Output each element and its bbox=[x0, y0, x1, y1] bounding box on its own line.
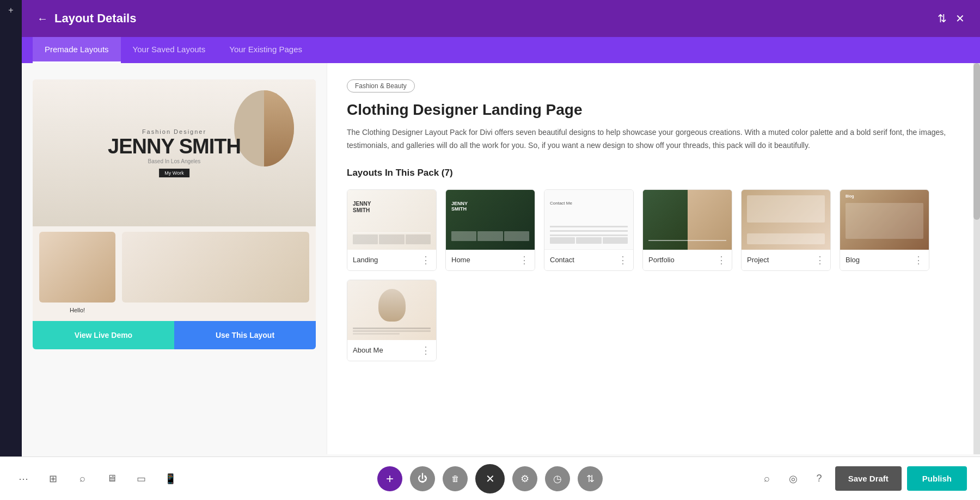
preview-hands-photo bbox=[122, 232, 309, 303]
modal-title-area: ← Layout Details bbox=[37, 11, 136, 26]
layout-thumb-about[interactable]: About Me ⋮ bbox=[347, 280, 437, 361]
modal-scrollbar[interactable] bbox=[973, 63, 980, 454]
modal-tabs: Premade Layouts Your Saved Layouts Your … bbox=[22, 37, 980, 63]
thumb-footer-landing: Landing ⋮ bbox=[347, 250, 436, 270]
preview-cta-button: My Work bbox=[159, 169, 189, 177]
thumb-dots-home[interactable]: ⋮ bbox=[519, 254, 529, 266]
thumb-name-about: About Me bbox=[353, 346, 383, 354]
sidebar-plus-icon[interactable]: + bbox=[8, 5, 13, 15]
thumb-dots-blog[interactable]: ⋮ bbox=[914, 254, 923, 266]
thumb-footer-blog: Blog ⋮ bbox=[840, 250, 929, 270]
preview-person-photo bbox=[39, 232, 115, 303]
expand-icon[interactable]: ⇅ bbox=[938, 12, 947, 25]
modal-content: Fashion Designer JENNY SMITH Based In Lo… bbox=[22, 63, 980, 454]
preview-circle-photo bbox=[234, 90, 294, 166]
layout-button[interactable]: ⇅ bbox=[578, 466, 603, 491]
preview-hello-text: Hello! bbox=[68, 305, 87, 316]
desktop-view-btn[interactable]: 🖥 bbox=[101, 468, 122, 489]
preview-panel: Fashion Designer JENNY SMITH Based In Lo… bbox=[22, 63, 327, 454]
thumb-footer-about: About Me ⋮ bbox=[347, 340, 436, 361]
thumb-footer-home: Home ⋮ bbox=[446, 250, 535, 270]
search-icon-btn[interactable]: ⌕ bbox=[72, 468, 93, 489]
preview-figure bbox=[264, 90, 294, 166]
thumb-footer-portfolio: Portfolio ⋮ bbox=[643, 250, 732, 270]
pack-label: Layouts In This Pack (7) bbox=[347, 168, 954, 178]
search-right-btn[interactable]: ⌕ bbox=[757, 468, 777, 489]
thumb-dots-about[interactable]: ⋮ bbox=[421, 344, 431, 356]
preview-actions: View Live Demo Use This Layout bbox=[33, 321, 316, 349]
layout-thumb-landing[interactable]: JENNYSMITH Landing ⋮ bbox=[347, 189, 437, 271]
thumb-dots-contact[interactable]: ⋮ bbox=[618, 254, 628, 266]
layers-btn[interactable]: ◎ bbox=[783, 468, 804, 489]
add-element-button[interactable]: + bbox=[377, 466, 402, 491]
layout-description: The Clothing Designer Layout Pack for Di… bbox=[347, 126, 954, 152]
preview-designer-name: JENNY SMITH bbox=[108, 135, 241, 158]
thumb-name-landing: Landing bbox=[353, 256, 378, 264]
thumb-img-portfolio bbox=[643, 190, 732, 250]
thumb-img-blog: Blog bbox=[840, 190, 929, 250]
trash-button[interactable]: 🗑 bbox=[443, 466, 468, 491]
preview-bottom-row: Hello! bbox=[33, 226, 316, 321]
layout-thumb-blog[interactable]: Blog Blog ⋮ bbox=[840, 189, 929, 271]
tab-existing[interactable]: Your Existing Pages bbox=[217, 37, 314, 63]
thumb-name-blog: Blog bbox=[846, 256, 860, 264]
preview-main-image: Fashion Designer JENNY SMITH Based In Lo… bbox=[33, 79, 316, 226]
grid-view-icon-btn[interactable]: ⊞ bbox=[42, 468, 63, 489]
scrollbar-thumb bbox=[973, 63, 980, 220]
tab-premade[interactable]: Premade Layouts bbox=[33, 37, 121, 63]
preview-text-overlay: Fashion Designer JENNY SMITH Based In Lo… bbox=[108, 128, 241, 177]
gear-button[interactable]: ⚙ bbox=[512, 466, 537, 491]
layout-modal: ← Layout Details ⇅ ✕ Premade Layouts You… bbox=[22, 0, 980, 456]
preview-designer-label: Fashion Designer bbox=[108, 128, 241, 135]
preview-card: Fashion Designer JENNY SMITH Based In Lo… bbox=[33, 79, 316, 349]
close-builder-button[interactable]: ✕ bbox=[475, 464, 505, 493]
settings-icon-btn[interactable]: ⋯ bbox=[13, 468, 34, 489]
save-draft-button[interactable]: Save Draft bbox=[835, 466, 902, 491]
thumb-name-project: Project bbox=[747, 256, 769, 264]
thumb-img-about bbox=[347, 280, 436, 340]
modal-header: ← Layout Details ⇅ ✕ bbox=[22, 0, 980, 37]
thumb-img-contact: Contact Me bbox=[544, 190, 633, 250]
thumb-name-portfolio: Portfolio bbox=[648, 256, 675, 264]
layout-thumb-home[interactable]: JENNYSMITH Home ⋮ bbox=[445, 189, 535, 271]
tablet-view-btn[interactable]: ▭ bbox=[131, 468, 151, 489]
layout-thumb-project[interactable]: Project ⋮ bbox=[741, 189, 831, 271]
thumb-dots-landing[interactable]: ⋮ bbox=[421, 254, 431, 266]
toolbar-right: ⌕ ◎ ? Save Draft Publish bbox=[757, 466, 967, 491]
use-layout-button[interactable]: Use This Layout bbox=[174, 321, 316, 349]
mobile-view-btn[interactable]: 📱 bbox=[160, 468, 181, 489]
thumbnails-grid: JENNYSMITH Landing ⋮ bbox=[347, 189, 954, 361]
layout-thumb-contact[interactable]: Contact Me Contact bbox=[544, 189, 634, 271]
toolbar-left: ⋯ ⊞ ⌕ 🖥 ▭ 📱 bbox=[13, 468, 181, 489]
thumb-img-landing: JENNYSMITH bbox=[347, 190, 436, 250]
layout-title: Clothing Designer Landing Page bbox=[347, 101, 954, 119]
live-demo-button[interactable]: View Live Demo bbox=[33, 321, 174, 349]
help-btn[interactable]: ? bbox=[809, 468, 830, 489]
history-button[interactable]: ◷ bbox=[545, 466, 570, 491]
back-icon[interactable]: ← bbox=[37, 13, 48, 25]
thumb-dots-project[interactable]: ⋮ bbox=[815, 254, 825, 266]
power-button[interactable]: ⏻ bbox=[410, 466, 435, 491]
thumb-dots-portfolio[interactable]: ⋮ bbox=[716, 254, 726, 266]
details-panel: Fashion & Beauty Clothing Designer Landi… bbox=[327, 63, 973, 454]
bottom-toolbar: ⋯ ⊞ ⌕ 🖥 ▭ 📱 + ⏻ 🗑 ✕ ⚙ ◷ ⇅ ⌕ ◎ ? Save Dra… bbox=[0, 456, 980, 500]
publish-button[interactable]: Publish bbox=[907, 466, 967, 491]
thumb-img-home: JENNYSMITH bbox=[446, 190, 535, 250]
thumb-footer-contact: Contact ⋮ bbox=[544, 250, 633, 270]
thumb-footer-project: Project ⋮ bbox=[742, 250, 830, 270]
thumb-name-home: Home bbox=[451, 256, 470, 264]
close-icon[interactable]: ✕ bbox=[955, 12, 965, 25]
layout-thumb-portfolio[interactable]: Portfolio ⋮ bbox=[642, 189, 732, 271]
app-sidebar: + bbox=[0, 0, 22, 456]
modal-header-icons: ⇅ ✕ bbox=[938, 12, 965, 25]
tab-saved[interactable]: Your Saved Layouts bbox=[121, 37, 218, 63]
toolbar-center: + ⏻ 🗑 ✕ ⚙ ◷ ⇅ bbox=[377, 464, 603, 493]
modal-title: Layout Details bbox=[54, 11, 136, 26]
preview-location: Based In Los Angeles bbox=[108, 158, 241, 164]
thumb-name-contact: Contact bbox=[550, 256, 574, 264]
category-badge: Fashion & Beauty bbox=[347, 79, 415, 92]
thumb-img-project bbox=[742, 190, 830, 250]
